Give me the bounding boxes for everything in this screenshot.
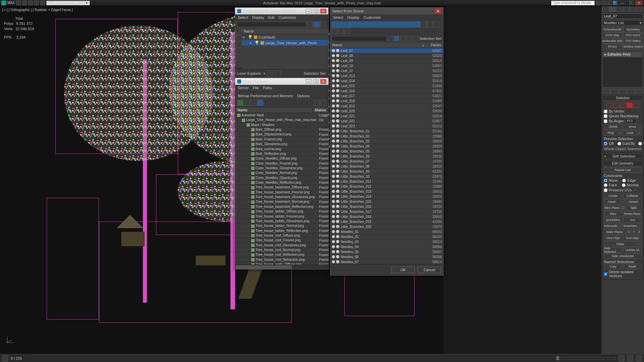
- options-icon[interactable]: [314, 100, 320, 106]
- visibility-icon[interactable]: [332, 124, 335, 128]
- visibility-icon[interactable]: [332, 175, 335, 178]
- modifier-button[interactable]: Surface Select: [623, 44, 643, 49]
- visibility-icon[interactable]: [332, 54, 335, 57]
- asset-row[interactable]: Large_Tree_House_with_Pines_max_vray.max…: [235, 118, 328, 122]
- exchange-icon[interactable]: [607, 1, 612, 5]
- object-row[interactable]: Leaf_01952547: [330, 104, 443, 109]
- preview-off-radio[interactable]: [604, 142, 607, 145]
- make-unique-icon[interactable]: [619, 89, 627, 94]
- object-row[interactable]: Needles_0158543: [330, 229, 443, 234]
- planar-x-button[interactable]: X: [626, 229, 631, 235]
- soft-selection-rollout[interactable]: +Soft Selection: [602, 153, 643, 159]
- ok-button[interactable]: OK: [391, 266, 415, 273]
- lock-icon[interactable]: [413, 36, 418, 41]
- display-icon[interactable]: [427, 21, 433, 27]
- menu-edit[interactable]: Edit: [268, 15, 275, 19]
- display-icon[interactable]: [421, 21, 427, 27]
- visibility-icon[interactable]: [332, 195, 335, 198]
- open-icon[interactable]: [22, 1, 27, 5]
- tessellate-button[interactable]: Tessellate: [623, 223, 637, 229]
- view-icon[interactable]: [394, 36, 399, 41]
- utilities-tab[interactable]: [637, 7, 643, 12]
- display-all-icon[interactable]: [235, 29, 241, 35]
- asset-row[interactable]: Bark_normal.pngFound: [235, 146, 328, 151]
- visibility-icon[interactable]: [332, 210, 335, 213]
- menu-item[interactable]: Options: [297, 94, 310, 98]
- asset-row[interactable]: Tree_house_ladder_Reflection.pngFound: [235, 228, 328, 233]
- shapes-filter-icon[interactable]: [235, 54, 241, 60]
- object-row[interactable]: Leaf_02355312: [330, 124, 443, 129]
- filter-icon[interactable]: [408, 21, 414, 27]
- display-tab[interactable]: [630, 7, 637, 12]
- planar-y-button[interactable]: Y: [632, 229, 636, 235]
- layers-icon[interactable]: [407, 36, 412, 41]
- modifier-button[interactable]: TurboSmooth: [602, 27, 623, 32]
- by-angle-checkbox[interactable]: [604, 119, 607, 123]
- save-icon[interactable]: [28, 1, 33, 5]
- object-row[interactable]: Little_Branches_01519045: [330, 199, 443, 204]
- visibility-icon[interactable]: [332, 225, 335, 228]
- help-icon[interactable]: ?: [613, 1, 618, 5]
- menu-item[interactable]: Bitmap Performance and Memory: [238, 94, 293, 98]
- time-slider[interactable]: [555, 357, 616, 359]
- asset-row[interactable]: Cone_Needles_Glossiness.pngFound: [235, 166, 328, 170]
- viewport-label[interactable]: [ + ] [ Orthographic ] [ Realistic + Edg…: [2, 8, 73, 12]
- visibility-icon[interactable]: [332, 84, 335, 87]
- split-button[interactable]: Split: [626, 205, 642, 210]
- object-row[interactable]: Leaf_1052857: [330, 63, 443, 68]
- visibility-icon[interactable]: [332, 170, 335, 173]
- layer-row[interactable]: ▸💡0 (default): [242, 34, 328, 40]
- menu-item[interactable]: File: [253, 86, 259, 90]
- asset-row[interactable]: Tree_house_ladder_Glossiness.pngFound: [235, 219, 328, 223]
- create-tab[interactable]: [602, 7, 609, 12]
- object-row[interactable]: Little_Branches_0519045: [330, 149, 443, 154]
- object-row[interactable]: Leaf_01551690: [330, 83, 443, 88]
- close-button[interactable]: ✕: [635, 1, 643, 5]
- menu-select[interactable]: Select: [333, 15, 343, 19]
- unhide-all-button[interactable]: Unhide All: [623, 247, 642, 253]
- create-button[interactable]: Create: [604, 193, 623, 198]
- visibility-icon[interactable]: [332, 245, 335, 248]
- constraint-normal-radio[interactable]: [622, 183, 626, 187]
- visibility-icon[interactable]: [332, 250, 335, 253]
- geometry-filter-icon[interactable]: [235, 48, 241, 54]
- polygon-subobj[interactable]: [627, 103, 633, 108]
- filter-icon[interactable]: [376, 21, 382, 27]
- scene-explorer-filter[interactable]: [237, 22, 306, 27]
- object-row[interactable]: Needles_0758614: [330, 259, 443, 264]
- redo-icon[interactable]: [40, 1, 45, 5]
- object-row[interactable]: Little_Branches_0222690: [330, 134, 443, 139]
- object-row[interactable]: Leaf_01667455: [330, 88, 443, 94]
- visibility-icon[interactable]: [332, 74, 335, 77]
- cancel-button[interactable]: Cancel: [418, 266, 441, 273]
- object-row[interactable]: Leaf_01350823: [330, 73, 443, 78]
- column-header-name[interactable]: Name: [235, 107, 313, 113]
- star-icon[interactable]: [601, 1, 606, 5]
- loop-spinner[interactable]: ↕: [638, 130, 642, 135]
- object-row[interactable]: Needles_0358513: [330, 239, 443, 244]
- pin-stack-icon[interactable]: [602, 89, 610, 94]
- filter-icon[interactable]: [395, 21, 401, 27]
- menu-item[interactable]: Server: [238, 86, 249, 90]
- visibility-icon[interactable]: [332, 165, 335, 168]
- asset-row[interactable]: Cone_Needles_Opacity.pngFound: [235, 175, 328, 180]
- visibility-icon[interactable]: [332, 230, 335, 233]
- visibility-icon[interactable]: [332, 149, 335, 153]
- modifier-button[interactable]: XForm: [602, 44, 623, 49]
- minimize-button[interactable]: —: [306, 79, 312, 84]
- edge-subobj[interactable]: [613, 103, 619, 108]
- scene-explorer-tree[interactable]: Name ▸💡0 (default)▸💡Large_Tree_House_wit…: [242, 28, 328, 69]
- object-name-field[interactable]: Leaf_07: [602, 13, 643, 19]
- quickslice-button[interactable]: QuickSlice: [604, 217, 623, 223]
- visibility-icon[interactable]: [332, 139, 335, 143]
- asset-row[interactable]: Tree_house_roof_Fresnel.pngFound: [235, 238, 328, 243]
- object-row[interactable]: Leaf_01452419: [330, 78, 443, 83]
- constraint-edge-radio[interactable]: [622, 179, 626, 182]
- grow-button[interactable]: Grow: [623, 124, 642, 129]
- asset-row[interactable]: Tree_house_ladder_Fresnel.pngFound: [235, 214, 328, 219]
- configure-icon[interactable]: [635, 89, 643, 94]
- modify-tab[interactable]: [609, 7, 616, 12]
- display-none-icon[interactable]: [235, 35, 241, 41]
- workspace-dropdown[interactable]: AK_Screenshot_wrksp ▾: [46, 1, 90, 5]
- close-button[interactable]: ✕: [320, 9, 326, 13]
